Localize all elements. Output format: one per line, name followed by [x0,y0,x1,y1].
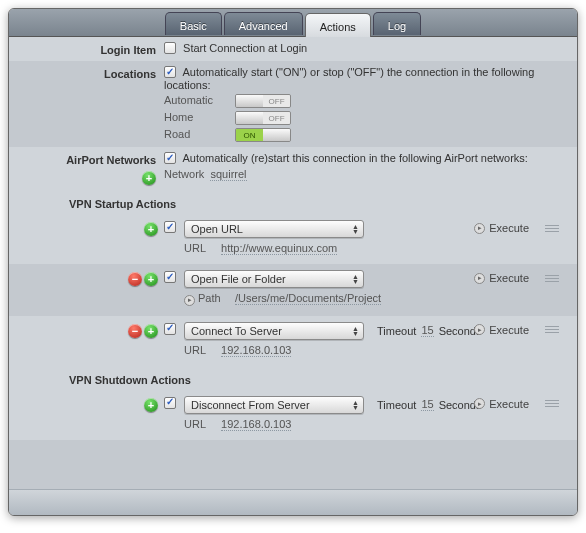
execute-button[interactable]: ▸ Execute [474,324,529,336]
drag-handle-icon[interactable] [545,324,559,335]
add-action-button[interactable]: + [144,222,158,236]
play-icon: ▸ [474,223,485,234]
airport-heading: AirPort Networks [66,154,156,166]
execute-button[interactable]: ▸ Execute [474,222,529,234]
action-detail-key: URL [184,418,218,430]
execute-button[interactable]: ▸ Execute [474,398,529,410]
location-toggle-home[interactable]: OFF [235,111,291,125]
airport-checkbox[interactable] [164,152,176,164]
tab-advanced[interactable]: Advanced [224,12,303,35]
airport-label: Automatically (re)start this connection … [182,152,527,164]
drag-handle-icon[interactable] [545,273,559,284]
tab-bar: Basic Advanced Actions Log [9,9,577,37]
play-icon: ▸ [474,398,485,409]
action-detail-key: Path [198,292,232,304]
login-item-heading: Login Item [9,42,164,56]
tab-basic[interactable]: Basic [165,12,222,35]
add-action-button[interactable]: + [144,398,158,412]
action-enable-checkbox[interactable] [164,323,176,335]
vpn-startup-heading: VPN Startup Actions [9,190,577,214]
drag-handle-icon[interactable] [545,398,559,409]
locations-heading: Locations [9,66,164,142]
remove-action-button[interactable]: − [128,272,142,286]
location-name: Home [164,111,228,123]
action-url-field[interactable]: 192.168.0.103 [221,344,291,357]
choose-path-icon[interactable]: ▸ [184,295,195,306]
action-path-field[interactable]: /Users/me/Documents/Project [235,292,381,305]
add-action-button[interactable]: + [144,324,158,338]
login-item-checkbox[interactable] [164,42,176,54]
action-detail-key: URL [184,344,218,356]
action-type-select[interactable]: Open URL ▲▼ [184,220,364,238]
action-type-select[interactable]: Connect To Server ▲▼ [184,322,364,340]
drag-handle-icon[interactable] [545,223,559,234]
action-enable-checkbox[interactable] [164,221,176,233]
airport-network-key: Network [164,168,204,180]
airport-network-value[interactable]: squirrel [210,168,246,181]
tab-log[interactable]: Log [373,12,421,35]
action-detail-key: URL [184,242,218,254]
location-name: Road [164,128,228,140]
location-toggle-road[interactable]: ON [235,128,291,142]
play-icon: ▸ [474,324,485,335]
timeout-label: Timeout [377,399,416,411]
add-action-button[interactable]: + [144,272,158,286]
timeout-field[interactable]: 15 [421,398,433,411]
action-type-select[interactable]: Disconnect From Server ▲▼ [184,396,364,414]
action-type-select[interactable]: Open File or Folder ▲▼ [184,270,364,288]
location-toggle-automatic[interactable]: OFF [235,94,291,108]
add-network-button[interactable]: + [142,171,156,185]
locations-label: Automatically start ("ON") or stop ("OFF… [164,66,534,91]
tab-actions[interactable]: Actions [305,13,371,37]
play-icon: ▸ [474,273,485,284]
remove-action-button[interactable]: − [128,324,142,338]
action-url-field[interactable]: 192.168.0.103 [221,418,291,431]
login-item-label: Start Connection at Login [183,42,307,54]
location-name: Automatic [164,94,228,106]
timeout-field[interactable]: 15 [421,324,433,337]
timeout-label: Timeout [377,325,416,337]
action-url-field[interactable]: http://www.equinux.com [221,242,337,255]
panel-footer [9,489,577,515]
action-enable-checkbox[interactable] [164,271,176,283]
execute-button[interactable]: ▸ Execute [474,272,529,284]
vpn-shutdown-heading: VPN Shutdown Actions [9,366,577,390]
locations-checkbox[interactable] [164,66,176,78]
action-enable-checkbox[interactable] [164,397,176,409]
